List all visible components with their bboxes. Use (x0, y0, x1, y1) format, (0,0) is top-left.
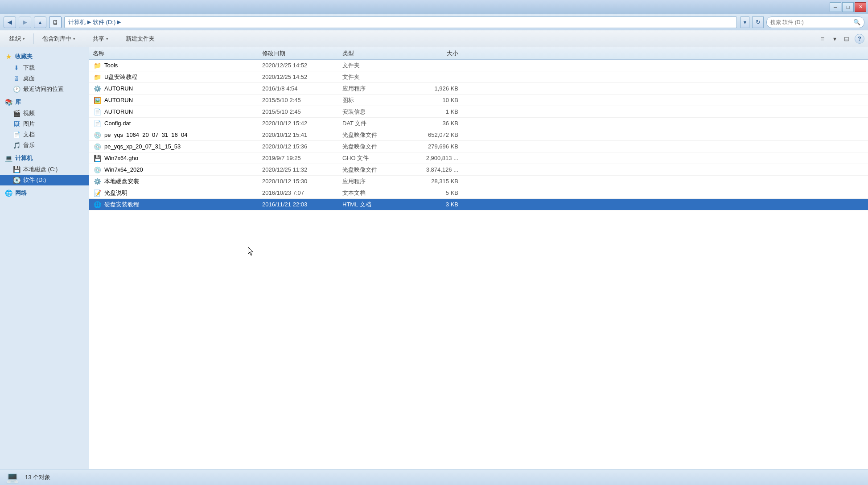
status-icon: 💻 (5, 470, 20, 485)
disk-c-icon: 💾 (12, 165, 21, 173)
view-toggle-button[interactable]: ≡ (816, 33, 829, 45)
table-row[interactable]: 📁 U盘安装教程 2020/12/25 14:52 文件夹 (89, 71, 868, 83)
col-name-header[interactable]: 名称 (93, 49, 262, 58)
file-type: 光盘映像文件 (342, 166, 405, 174)
table-row[interactable]: 💾 Win7x64.gho 2019/9/7 19:25 GHO 文件 2,90… (89, 152, 868, 164)
desktop-label: 桌面 (23, 74, 35, 82)
table-row[interactable]: 💿 pe_yqs_xp_20_07_31_15_53 2020/10/12 15… (89, 141, 868, 152)
sidebar-item-disk-d[interactable]: 💽 软件 (D:) (0, 175, 89, 185)
maximize-button[interactable]: □ (842, 2, 854, 12)
titlebar: ─ □ ✕ (0, 0, 868, 14)
breadcrumb[interactable]: 计算机 ▶ 软件 (D:) ▶ (64, 16, 737, 28)
sidebar-favorites-header[interactable]: ★ 收藏夹 (0, 51, 89, 62)
table-row[interactable]: 💿 pe_yqs_1064_20_07_31_16_04 2020/10/12 … (89, 129, 868, 141)
file-name: AUTORUN (104, 108, 262, 115)
favorites-label: 收藏夹 (15, 53, 33, 61)
sidebar-item-recent[interactable]: 🕐 最近访问的位置 (0, 84, 89, 95)
star-icon: ★ (4, 53, 12, 61)
table-row[interactable]: 📝 光盘说明 2016/10/23 7:07 文本文档 5 KB (89, 187, 868, 199)
col-type-header[interactable]: 类型 (342, 49, 405, 58)
file-icon: 📁 (93, 61, 102, 70)
sidebar-section-library: 📚 库 🎬 视频 🖼 图片 📄 文档 🎵 音乐 (0, 96, 89, 151)
file-size: 3,874,126 ... (405, 166, 458, 173)
col-size-header[interactable]: 大小 (405, 49, 458, 58)
view-arrow-button[interactable]: ▾ (831, 33, 839, 45)
doc-icon: 📄 (12, 131, 21, 139)
file-date: 2019/9/7 19:25 (262, 155, 342, 161)
share-arrow: ▾ (106, 37, 108, 41)
recent-label: 最近访问的位置 (23, 85, 64, 93)
file-type: 安装信息 (342, 108, 405, 116)
file-date: 2020/10/12 15:36 (262, 143, 342, 150)
col-date-header[interactable]: 修改日期 (262, 49, 342, 58)
sidebar-item-doc[interactable]: 📄 文档 (0, 129, 89, 140)
file-date: 2015/5/10 2:45 (262, 108, 342, 115)
refresh-button[interactable]: ↻ (752, 16, 764, 28)
organize-button[interactable]: 组织 ▾ (4, 32, 31, 45)
new-folder-button[interactable]: 新建文件夹 (120, 32, 160, 45)
share-button[interactable]: 共享 ▾ (87, 32, 114, 45)
search-input[interactable] (770, 19, 852, 25)
sidebar-network-header[interactable]: 🌐 网络 (0, 187, 89, 199)
close-button[interactable]: ✕ (855, 2, 866, 12)
video-icon: 🎬 (12, 109, 21, 117)
file-size: 28,315 KB (405, 178, 458, 185)
breadcrumb-dropdown[interactable]: ▼ (740, 16, 749, 28)
help-button[interactable]: ? (855, 34, 864, 44)
file-icon: ⚙️ (93, 84, 102, 93)
file-name: AUTORUN (104, 85, 262, 92)
toolbar-sep3 (117, 33, 117, 44)
toolbar-right: ≡ ▾ ⊟ ? (816, 33, 864, 45)
sidebar-item-image[interactable]: 🖼 图片 (0, 119, 89, 129)
table-row[interactable]: 📄 AUTORUN 2015/5/10 2:45 安装信息 1 KB (89, 106, 868, 118)
sidebar-item-music[interactable]: 🎵 音乐 (0, 140, 89, 151)
sidebar-library-header[interactable]: 📚 库 (0, 96, 89, 108)
file-type: 文件夹 (342, 73, 405, 81)
table-row[interactable]: 🖼️ AUTORUN 2015/5/10 2:45 图标 10 KB (89, 95, 868, 106)
table-row[interactable]: 📁 Tools 2020/12/25 14:52 文件夹 (89, 60, 868, 71)
pane-button[interactable]: ⊟ (840, 33, 853, 45)
breadcrumb-drive[interactable]: 软件 (D:) (93, 18, 115, 26)
sidebar-item-disk-c[interactable]: 💾 本地磁盘 (C:) (0, 164, 89, 175)
new-folder-label: 新建文件夹 (126, 35, 155, 43)
file-type: GHO 文件 (342, 154, 405, 162)
file-name: Win7x64_2020 (104, 166, 262, 173)
table-row[interactable]: 💿 Win7x64_2020 2020/12/25 11:32 光盘映像文件 3… (89, 164, 868, 176)
file-name: 硬盘安装教程 (104, 201, 262, 209)
sidebar-computer-header[interactable]: 💻 计算机 (0, 152, 89, 164)
file-type: 图标 (342, 96, 405, 104)
file-date: 2016/10/23 7:07 (262, 189, 342, 196)
archive-button[interactable]: 包含到库中 ▾ (37, 32, 81, 45)
sidebar-item-desktop[interactable]: 🖥 桌面 (0, 73, 89, 84)
file-size: 36 KB (405, 120, 458, 127)
sidebar-item-download[interactable]: ⬇ 下载 (0, 62, 89, 73)
organize-arrow: ▾ (23, 37, 25, 41)
file-date: 2015/5/10 2:45 (262, 97, 342, 103)
file-name: 光盘说明 (104, 189, 262, 197)
archive-arrow: ▾ (73, 37, 75, 41)
table-row[interactable]: 🌐 硬盘安装教程 2016/11/21 22:03 HTML 文档 3 KB (89, 199, 868, 210)
up-button[interactable]: ▲ (34, 16, 46, 28)
file-date: 2020/12/25 11:32 (262, 166, 342, 173)
download-label: 下载 (23, 64, 35, 72)
back-button[interactable]: ◀ (4, 16, 16, 28)
music-label: 音乐 (23, 141, 35, 149)
forward-button[interactable]: ▶ (19, 16, 31, 28)
breadcrumb-computer[interactable]: 计算机 (68, 18, 86, 26)
table-row[interactable]: ⚙️ AUTORUN 2016/1/8 4:54 应用程序 1,926 KB (89, 83, 868, 95)
file-type: 应用程序 (342, 85, 405, 93)
sidebar-item-video[interactable]: 🎬 视频 (0, 108, 89, 119)
file-icon: 📄 (93, 119, 102, 128)
table-row[interactable]: 📄 Config.dat 2020/10/12 15:42 DAT 文件 36 … (89, 118, 868, 129)
breadcrumb-arrow: ▶ (117, 19, 121, 25)
file-date: 2020/12/25 14:52 (262, 74, 342, 80)
table-row[interactable]: ⚙️ 本地硬盘安装 2020/10/12 15:30 应用程序 28,315 K… (89, 176, 868, 187)
archive-label: 包含到库中 (42, 35, 71, 43)
file-rows-container: 📁 Tools 2020/12/25 14:52 文件夹 📁 U盘安装教程 20… (89, 60, 868, 210)
computer-label: 计算机 (15, 154, 33, 162)
minimize-button[interactable]: ─ (830, 2, 841, 12)
search-icon[interactable]: 🔍 (853, 19, 860, 25)
computer-icon: 💻 (4, 154, 12, 162)
search-bar[interactable]: 🔍 (766, 16, 864, 28)
filelist[interactable]: 名称 修改日期 类型 大小 📁 Tools 2020/12/25 14:52 文… (89, 47, 868, 469)
